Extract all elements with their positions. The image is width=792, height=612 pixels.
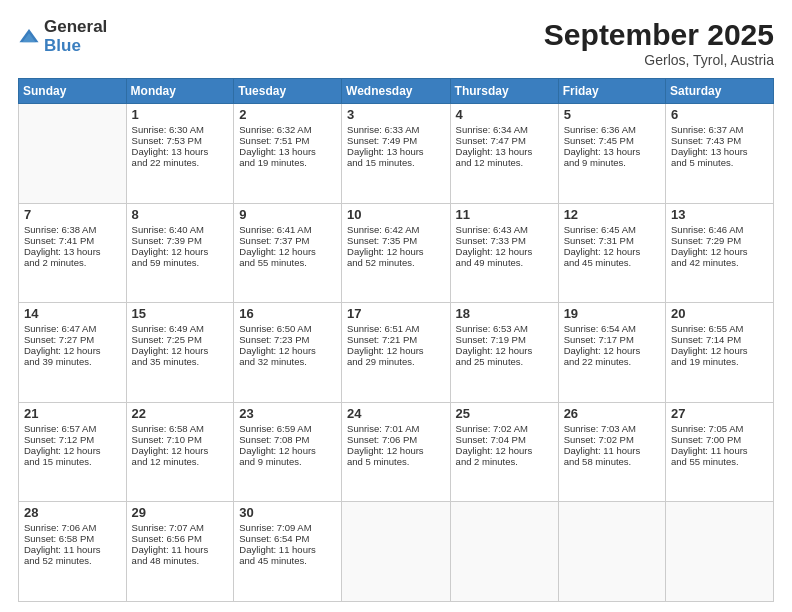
day-info-line: and 55 minutes. [671,456,768,467]
page: General Blue September 2025 Gerlos, Tyro… [0,0,792,612]
calendar-cell: 26Sunrise: 7:03 AMSunset: 7:02 PMDayligh… [558,402,665,502]
day-info-line: and 35 minutes. [132,356,229,367]
calendar-cell [342,502,451,602]
calendar-cell: 24Sunrise: 7:01 AMSunset: 7:06 PMDayligh… [342,402,451,502]
day-info-line: Sunrise: 6:45 AM [564,224,660,235]
logo-blue: Blue [44,37,107,56]
day-number: 3 [347,107,445,122]
day-number: 10 [347,207,445,222]
day-info-line: Sunrise: 6:36 AM [564,124,660,135]
location: Gerlos, Tyrol, Austria [544,52,774,68]
calendar-cell: 27Sunrise: 7:05 AMSunset: 7:00 PMDayligh… [666,402,774,502]
calendar-cell: 19Sunrise: 6:54 AMSunset: 7:17 PMDayligh… [558,303,665,403]
day-info-line: Daylight: 13 hours [671,146,768,157]
calendar-cell: 30Sunrise: 7:09 AMSunset: 6:54 PMDayligh… [234,502,342,602]
day-info-line: and 5 minutes. [671,157,768,168]
weekday-header: Monday [126,79,234,104]
day-number: 7 [24,207,121,222]
day-info-line: Sunrise: 7:05 AM [671,423,768,434]
day-info-line: Sunrise: 6:57 AM [24,423,121,434]
day-number: 2 [239,107,336,122]
calendar-cell: 28Sunrise: 7:06 AMSunset: 6:58 PMDayligh… [19,502,127,602]
calendar-cell: 23Sunrise: 6:59 AMSunset: 7:08 PMDayligh… [234,402,342,502]
day-info-line: Sunrise: 7:03 AM [564,423,660,434]
day-number: 16 [239,306,336,321]
day-info-line: Sunset: 7:17 PM [564,334,660,345]
day-number: 29 [132,505,229,520]
day-info-line: and 2 minutes. [24,257,121,268]
day-info-line: Sunset: 7:35 PM [347,235,445,246]
calendar-cell: 16Sunrise: 6:50 AMSunset: 7:23 PMDayligh… [234,303,342,403]
day-info-line: Sunset: 7:43 PM [671,135,768,146]
day-info-line: Sunset: 7:23 PM [239,334,336,345]
day-info-line: Sunset: 7:53 PM [132,135,229,146]
day-info-line: and 22 minutes. [564,356,660,367]
day-info-line: Sunrise: 6:51 AM [347,323,445,334]
day-info-line: Daylight: 11 hours [564,445,660,456]
day-info-line: Daylight: 12 hours [239,345,336,356]
day-number: 12 [564,207,660,222]
day-info-line: Sunrise: 7:06 AM [24,522,121,533]
day-info-line: and 5 minutes. [347,456,445,467]
day-number: 24 [347,406,445,421]
calendar-cell: 3Sunrise: 6:33 AMSunset: 7:49 PMDaylight… [342,104,451,204]
day-info-line: Sunset: 7:00 PM [671,434,768,445]
day-info-line: Sunrise: 6:41 AM [239,224,336,235]
day-info-line: Daylight: 11 hours [24,544,121,555]
day-info-line: Sunset: 6:58 PM [24,533,121,544]
day-info-line: Sunrise: 6:38 AM [24,224,121,235]
calendar-cell: 9Sunrise: 6:41 AMSunset: 7:37 PMDaylight… [234,203,342,303]
day-info-line: Daylight: 12 hours [239,246,336,257]
day-info-line: Daylight: 12 hours [132,345,229,356]
day-info-line: and 2 minutes. [456,456,553,467]
day-number: 6 [671,107,768,122]
day-info-line: Sunrise: 6:46 AM [671,224,768,235]
weekday-header: Saturday [666,79,774,104]
day-number: 22 [132,406,229,421]
calendar-cell: 1Sunrise: 6:30 AMSunset: 7:53 PMDaylight… [126,104,234,204]
calendar-body: 1Sunrise: 6:30 AMSunset: 7:53 PMDaylight… [19,104,774,602]
day-info-line: Sunrise: 6:53 AM [456,323,553,334]
day-number: 8 [132,207,229,222]
day-info-line: Sunset: 6:56 PM [132,533,229,544]
day-info-line: Sunset: 7:31 PM [564,235,660,246]
day-info-line: Sunset: 7:37 PM [239,235,336,246]
logo: General Blue [18,18,107,55]
day-info-line: Daylight: 11 hours [239,544,336,555]
day-info-line: Sunset: 7:49 PM [347,135,445,146]
day-number: 11 [456,207,553,222]
calendar-cell [558,502,665,602]
month-title: September 2025 [544,18,774,52]
day-info-line: Daylight: 12 hours [132,246,229,257]
header: General Blue September 2025 Gerlos, Tyro… [18,18,774,68]
weekday-header: Sunday [19,79,127,104]
day-info-line: and 9 minutes. [239,456,336,467]
day-info-line: Sunset: 7:41 PM [24,235,121,246]
calendar-cell [19,104,127,204]
day-info-line: Daylight: 12 hours [239,445,336,456]
calendar-week-row: 14Sunrise: 6:47 AMSunset: 7:27 PMDayligh… [19,303,774,403]
calendar-week-row: 28Sunrise: 7:06 AMSunset: 6:58 PMDayligh… [19,502,774,602]
day-info-line: and 19 minutes. [671,356,768,367]
day-info-line: Sunrise: 6:47 AM [24,323,121,334]
day-number: 18 [456,306,553,321]
calendar-cell: 29Sunrise: 7:07 AMSunset: 6:56 PMDayligh… [126,502,234,602]
calendar-cell [666,502,774,602]
day-number: 26 [564,406,660,421]
weekday-row: SundayMondayTuesdayWednesdayThursdayFrid… [19,79,774,104]
calendar-cell: 15Sunrise: 6:49 AMSunset: 7:25 PMDayligh… [126,303,234,403]
day-number: 13 [671,207,768,222]
day-info-line: Daylight: 11 hours [671,445,768,456]
day-info-line: Sunrise: 6:43 AM [456,224,553,235]
calendar-cell: 18Sunrise: 6:53 AMSunset: 7:19 PMDayligh… [450,303,558,403]
day-info-line: Sunrise: 7:09 AM [239,522,336,533]
day-info-line: Sunrise: 6:59 AM [239,423,336,434]
day-info-line: Sunrise: 6:54 AM [564,323,660,334]
day-number: 20 [671,306,768,321]
day-info-line: Sunset: 7:08 PM [239,434,336,445]
calendar-cell: 4Sunrise: 6:34 AMSunset: 7:47 PMDaylight… [450,104,558,204]
calendar-week-row: 7Sunrise: 6:38 AMSunset: 7:41 PMDaylight… [19,203,774,303]
day-info-line: and 42 minutes. [671,257,768,268]
day-info-line: Sunset: 7:47 PM [456,135,553,146]
day-info-line: Daylight: 12 hours [564,246,660,257]
